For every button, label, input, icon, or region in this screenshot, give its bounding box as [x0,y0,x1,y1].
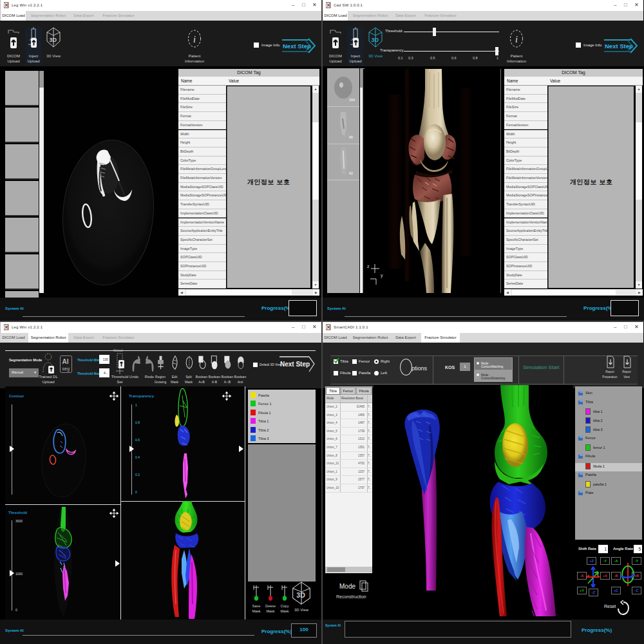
svg-text:i: i [515,35,518,44]
svg-text:Next Step: Next Step [283,43,311,50]
svg-text:Next Step: Next Step [605,43,633,50]
svg-text:y: y [381,273,383,278]
svg-text:seg: seg [62,366,70,372]
svg-text:AI: AI [62,358,69,365]
svg-text:3D: 3D [50,37,57,43]
svg-text:3D: 3D [296,592,305,599]
svg-text:Next Step: Next Step [280,361,310,368]
svg-text:i: i [193,35,196,44]
svg-text:3D: 3D [372,37,379,43]
svg-text:z: z [367,264,370,269]
